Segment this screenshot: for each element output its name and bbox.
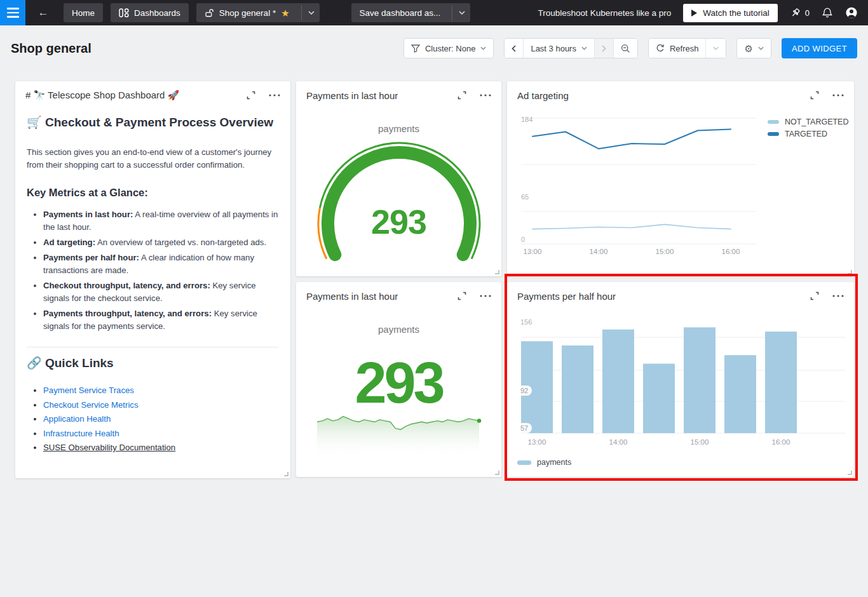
line-series-not_targeted xyxy=(532,224,731,229)
time-range-button[interactable]: Last 3 hours xyxy=(523,39,594,58)
pin-icon xyxy=(790,8,801,18)
widget-payments-number: Payments in last hour payments 293 xyxy=(296,282,501,477)
sparkline-area xyxy=(317,417,479,462)
markdown-heading: 🛒 Checkout & Payment Process Overview xyxy=(27,114,279,131)
quick-link-item: Checkout Service Metrics xyxy=(43,399,279,412)
quick-link[interactable]: Infrastructure Health xyxy=(43,429,119,438)
gear-icon: ⚙ xyxy=(744,44,752,53)
legend-item[interactable]: TARGETED xyxy=(768,130,848,138)
metric-list-item: Payments in last hour: A real-time overv… xyxy=(43,208,281,234)
metric-list-item: Payments throughput, latency, and errors… xyxy=(43,307,281,333)
x-axis-label: 16:00 xyxy=(772,438,790,446)
more-options-icon[interactable] xyxy=(480,295,491,297)
nav-home-button[interactable]: Home xyxy=(64,3,103,22)
menu-icon[interactable] xyxy=(0,0,25,25)
page-header: Shop general Cluster: None Last 3 hours xyxy=(0,25,868,71)
nav-current-dashboard-label: Shop general * xyxy=(219,8,276,18)
bar-chart-legend: payments xyxy=(517,458,571,467)
chevron-down-icon xyxy=(480,46,486,50)
pinned-items-button[interactable]: 0 xyxy=(790,8,810,18)
chevron-down-icon xyxy=(581,46,587,50)
dashboards-icon xyxy=(119,8,129,18)
nav-dashboards-label: Dashboards xyxy=(134,8,180,18)
unlock-icon xyxy=(205,8,214,18)
quick-links-heading: 🔗 Quick Links xyxy=(27,355,279,372)
line-chart-legend: NOT_TARGETEDTARGETED xyxy=(768,117,848,138)
cluster-filter-button[interactable]: Cluster: None xyxy=(404,39,493,58)
watch-tutorial-button[interactable]: Watch the tutorial xyxy=(683,4,778,22)
x-axis-label: 16:00 xyxy=(722,248,740,255)
bar-15:00[interactable] xyxy=(684,327,715,433)
line-chart xyxy=(507,81,854,276)
legend-label: payments xyxy=(537,458,571,467)
promo-text: Troubleshoot Kubernetes like a pro xyxy=(538,8,672,18)
expand-icon[interactable] xyxy=(247,91,255,100)
bar-13:30[interactable] xyxy=(562,345,593,433)
refresh-icon xyxy=(656,44,665,53)
chevron-right-icon xyxy=(602,45,606,52)
x-axis-label: 15:00 xyxy=(691,438,709,446)
quick-link-item: Infrastructure Health xyxy=(43,427,279,440)
time-back-button[interactable] xyxy=(505,39,523,58)
quick-link[interactable]: Application Health xyxy=(43,414,111,424)
time-range-value: Last 3 hours xyxy=(531,44,576,53)
more-options-icon[interactable] xyxy=(269,94,280,97)
time-range-group: Last 3 hours xyxy=(504,38,638,58)
quick-link[interactable]: Checkout Service Metrics xyxy=(43,400,139,410)
sparkline-chart xyxy=(315,412,483,466)
gauge-outer-track-green xyxy=(320,143,480,259)
bar-15:30[interactable] xyxy=(724,355,756,433)
dashboard-switch-chevron-icon[interactable] xyxy=(301,5,315,20)
widget-header: # 🔭 Telescope Shop Dashboard 🚀 xyxy=(15,81,290,109)
nav-dashboards-button[interactable]: Dashboards xyxy=(111,3,189,22)
gauge-value: 293 xyxy=(296,202,501,241)
page-title: Shop general xyxy=(11,41,92,56)
save-options-chevron-icon[interactable] xyxy=(452,5,465,20)
add-widget-button[interactable]: ADD WIDGET xyxy=(782,38,857,58)
legend-item[interactable]: NOT_TARGETED xyxy=(768,117,848,126)
favorite-star-icon[interactable]: ★ xyxy=(281,8,289,18)
sparkline-end-dot xyxy=(477,419,481,422)
widget-title: Payments in last hour xyxy=(306,291,444,302)
user-avatar[interactable] xyxy=(845,6,858,19)
bar-14:30[interactable] xyxy=(643,364,675,433)
bar-chart xyxy=(507,282,854,477)
legend-item[interactable]: payments xyxy=(517,458,571,467)
resize-handle[interactable] xyxy=(495,471,499,475)
zoom-out-time-button[interactable] xyxy=(613,39,637,58)
expand-icon[interactable] xyxy=(458,292,466,300)
cluster-filter-value: Cluster: None xyxy=(425,44,475,53)
dashboard-board: # 🔭 Telescope Shop Dashboard 🚀 🛒 Checkou… xyxy=(0,71,868,597)
refresh-button[interactable]: Refresh xyxy=(649,39,706,58)
resize-handle[interactable] xyxy=(495,270,499,274)
metrics-list: Payments in last hour: A real-time overv… xyxy=(27,208,281,333)
quick-link[interactable]: Payment Service Traces xyxy=(43,386,134,395)
quick-link[interactable]: SUSE Observability Documentation xyxy=(43,443,175,452)
bar-14:00[interactable] xyxy=(602,330,634,433)
bell-icon xyxy=(822,7,833,19)
legend-label: TARGETED xyxy=(785,130,827,138)
refresh-options-button[interactable] xyxy=(705,39,726,58)
quick-link-item: Payment Service Traces xyxy=(43,384,279,397)
save-dashboard-as-button[interactable]: Save dashboard as... xyxy=(351,3,471,22)
bar-16:00[interactable] xyxy=(765,332,797,433)
quick-link-item: SUSE Observability Documentation xyxy=(43,441,279,454)
resize-handle[interactable] xyxy=(284,472,288,476)
back-arrow-icon[interactable]: ← xyxy=(36,6,51,19)
chevron-left-icon xyxy=(512,45,516,52)
resize-handle[interactable] xyxy=(848,270,852,274)
nav-home-label: Home xyxy=(72,8,95,18)
divider xyxy=(27,347,279,347)
resize-handle[interactable] xyxy=(848,471,852,475)
line-series-targeted xyxy=(532,129,731,149)
metric-list-item: Payments per half hour: A clear indicati… xyxy=(43,252,281,277)
dashboard-settings-button[interactable]: ⚙ xyxy=(737,39,770,58)
top-navbar: ← Home Dashboards Shop general * xyxy=(0,0,868,25)
notifications-button[interactable] xyxy=(822,7,833,19)
time-forward-button[interactable] xyxy=(594,39,613,58)
refresh-label: Refresh xyxy=(670,44,699,53)
y-axis-label: 65 xyxy=(521,193,529,201)
number-value: 293 xyxy=(296,351,501,416)
nav-current-dashboard-button[interactable]: Shop general * ★ xyxy=(196,3,320,22)
nav-tabs: Home Dashboards Shop general * ★ xyxy=(64,3,470,22)
